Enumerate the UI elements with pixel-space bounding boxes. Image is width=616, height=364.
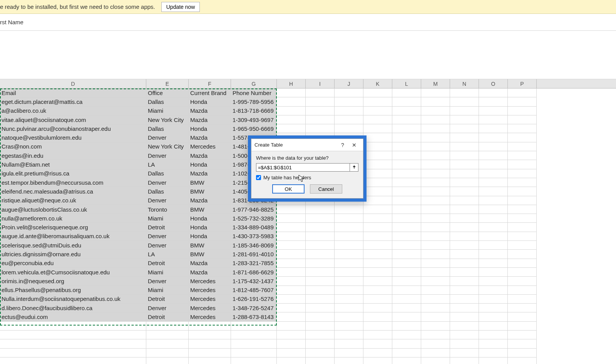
cell[interactable] <box>306 241 335 250</box>
cell[interactable] <box>392 88 421 97</box>
cell[interactable]: Mazda <box>189 107 231 115</box>
cell[interactable] <box>508 151 537 160</box>
cell[interactable] <box>363 115 392 124</box>
cell[interactable] <box>450 268 479 277</box>
cell[interactable]: est.tempor.bibendum@neccursusa.com <box>0 178 146 187</box>
cell[interactable] <box>421 223 450 232</box>
cell[interactable] <box>392 286 421 295</box>
cell[interactable] <box>479 349 508 357</box>
cell[interactable] <box>306 250 335 259</box>
cell[interactable] <box>335 107 363 115</box>
cell[interactable] <box>392 97 421 106</box>
cell[interactable]: BMW <box>189 241 231 250</box>
cell[interactable] <box>277 214 306 223</box>
cell[interactable]: orimis.in@nequesed.org <box>0 277 146 286</box>
cell[interactable] <box>450 160 479 169</box>
cell[interactable] <box>363 349 392 357</box>
cell[interactable] <box>479 331 508 339</box>
col-header-N[interactable]: N <box>450 79 479 88</box>
cell[interactable] <box>450 331 479 339</box>
cell[interactable]: Mazda <box>189 169 231 178</box>
cell[interactable] <box>450 277 479 286</box>
cell[interactable]: 1-281-691-4010 <box>231 250 277 259</box>
cell[interactable] <box>421 357 450 364</box>
cell[interactable] <box>392 142 421 151</box>
cell[interactable] <box>306 205 335 214</box>
cell[interactable] <box>421 286 450 295</box>
ok-button[interactable]: OK <box>272 184 305 194</box>
cell[interactable] <box>479 312 508 321</box>
cell[interactable] <box>508 187 537 196</box>
cell[interactable] <box>479 259 508 268</box>
cell[interactable]: Nunc.pulvinar.arcu@conubianostraper.edu <box>0 124 146 133</box>
cell[interactable]: BMW <box>189 187 231 196</box>
cell[interactable] <box>392 115 421 124</box>
cell[interactable] <box>508 295 537 304</box>
cell[interactable] <box>392 277 421 286</box>
cell[interactable] <box>189 339 231 348</box>
cell[interactable]: Denver <box>146 304 189 312</box>
col-header-I[interactable]: I <box>306 79 335 88</box>
cell[interactable] <box>363 142 392 151</box>
cell[interactable] <box>479 357 508 364</box>
cell[interactable] <box>363 232 392 241</box>
cell[interactable] <box>450 97 479 106</box>
cell[interactable] <box>479 133 508 142</box>
cell[interactable] <box>450 304 479 312</box>
cell[interactable] <box>363 304 392 312</box>
cell[interactable] <box>508 133 537 142</box>
cell[interactable] <box>508 214 537 223</box>
cell[interactable]: eget.dictum.placerat@mattis.ca <box>0 97 146 106</box>
cell[interactable]: 1-813-718-6669 <box>231 107 277 115</box>
cell[interactable]: augue.id.ante@liberomaurisaliquam.co.uk <box>0 232 146 241</box>
cell[interactable] <box>421 259 450 268</box>
cell[interactable] <box>421 214 450 223</box>
cell[interactable] <box>508 205 537 214</box>
cell[interactable] <box>421 312 450 321</box>
cell[interactable] <box>450 196 479 205</box>
cell[interactable]: 1-348-726-5247 <box>231 304 277 312</box>
cell[interactable] <box>392 205 421 214</box>
cell[interactable] <box>421 277 450 286</box>
cell[interactable] <box>306 322 335 331</box>
cell[interactable] <box>392 241 421 250</box>
cell[interactable] <box>508 107 537 115</box>
cell[interactable]: ellus.Phasellus@penatibus.org <box>0 286 146 295</box>
cell[interactable]: Mazda <box>189 115 231 124</box>
cell[interactable] <box>392 232 421 241</box>
cell[interactable]: 1-626-191-5276 <box>231 295 277 304</box>
cell[interactable]: Detroit <box>146 312 189 321</box>
cell[interactable] <box>392 331 421 339</box>
cell[interactable]: New York City <box>146 115 189 124</box>
cell[interactable] <box>508 241 537 250</box>
cell[interactable] <box>277 268 306 277</box>
cell[interactable] <box>479 205 508 214</box>
cell[interactable]: BMW <box>189 250 231 259</box>
cell[interactable] <box>392 214 421 223</box>
cell[interactable] <box>306 232 335 241</box>
cell[interactable] <box>335 277 363 286</box>
cell[interactable]: Denver <box>146 277 189 286</box>
cell[interactable]: Phone Number <box>231 88 277 97</box>
cell[interactable] <box>335 286 363 295</box>
cell[interactable] <box>306 97 335 106</box>
cell[interactable] <box>146 331 189 339</box>
cell[interactable] <box>392 312 421 321</box>
cell[interactable] <box>306 331 335 339</box>
cell[interactable] <box>0 357 146 364</box>
cell[interactable] <box>306 304 335 312</box>
cell[interactable] <box>421 97 450 106</box>
cell[interactable] <box>450 357 479 364</box>
cell[interactable] <box>231 331 277 339</box>
cell[interactable] <box>479 268 508 277</box>
cell[interactable] <box>508 304 537 312</box>
cell[interactable]: Mercedes <box>189 142 231 151</box>
cell[interactable] <box>363 160 392 169</box>
cell[interactable] <box>450 223 479 232</box>
cell[interactable]: egestas@in.edu <box>0 151 146 160</box>
cell[interactable] <box>421 304 450 312</box>
cell[interactable] <box>508 277 537 286</box>
cell[interactable] <box>450 339 479 348</box>
cell[interactable] <box>450 187 479 196</box>
update-now-button[interactable]: Update now <box>161 2 200 12</box>
